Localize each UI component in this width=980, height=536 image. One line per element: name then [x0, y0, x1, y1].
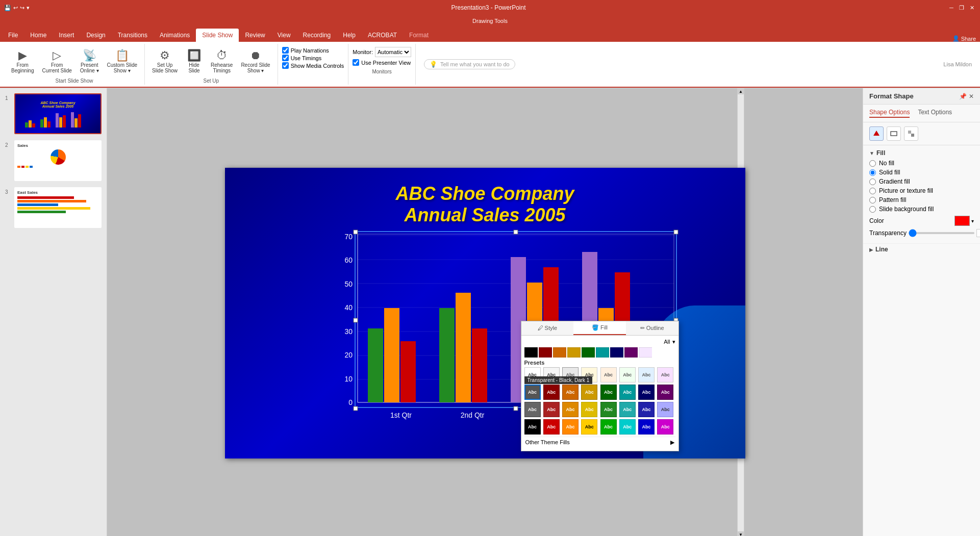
tab-acrobat[interactable]: ACROBAT — [362, 29, 403, 42]
preset-4-6[interactable]: Abc — [619, 419, 636, 435]
gradient-fill-radio[interactable] — [869, 178, 876, 185]
minimize-button[interactable]: ─ — [947, 4, 956, 12]
color-darkred[interactable] — [539, 347, 552, 358]
transparency-slider[interactable] — [909, 232, 974, 234]
preset-4-7[interactable]: Abc — [638, 419, 655, 435]
preset-2-8[interactable]: Abc — [657, 385, 673, 400]
picture-fill-option[interactable]: Picture or texture fill — [869, 187, 974, 194]
line-section-header[interactable]: ▶ Line — [869, 246, 974, 253]
slide-bg-fill-radio[interactable] — [869, 206, 876, 213]
color-purple[interactable] — [624, 347, 638, 358]
preset-4-1[interactable]: Abc — [524, 419, 541, 435]
tab-view[interactable]: View — [271, 29, 297, 42]
effects-icon-btn[interactable] — [904, 126, 918, 141]
preset-2-6[interactable]: Abc — [619, 385, 636, 400]
pattern-fill-option[interactable]: Pattern fill — [869, 196, 974, 203]
bar-2-2[interactable] — [456, 293, 471, 402]
tab-slideshow[interactable]: Slide Show — [196, 29, 239, 42]
preset-2-1[interactable]: Abc — [524, 385, 541, 400]
preset-1-8[interactable]: Abc — [657, 367, 673, 382]
preset-4-4[interactable]: Abc — [581, 419, 597, 435]
no-fill-option[interactable]: No fill — [869, 160, 974, 167]
from-current-slide-button[interactable]: ▷ FromCurrent Slide — [39, 48, 74, 74]
presenter-view-checkbox[interactable]: Use Presenter View — [353, 59, 411, 66]
gradient-fill-option[interactable]: Gradient fill — [869, 178, 974, 185]
slide-thumb-2[interactable]: 2 Sales — [4, 139, 103, 182]
tab-review[interactable]: Review — [239, 29, 271, 42]
fill-effects-icon-btn[interactable] — [869, 126, 884, 141]
from-beginning-button[interactable]: ▶ FromBeginning — [8, 48, 37, 74]
hide-slide-button[interactable]: 🔲 HideSlide — [183, 48, 206, 74]
bar-1-1[interactable] — [368, 328, 383, 402]
slide-thumb-1[interactable]: 1 ABC Shoe CompanyAnnual Sales 2005 — [4, 92, 103, 135]
tab-home[interactable]: Home — [24, 29, 53, 42]
slide-bg-fill-option[interactable]: Slide background fill — [869, 206, 974, 213]
preset-3-4[interactable]: Abc — [581, 402, 597, 417]
save-icon[interactable]: 💾 — [4, 5, 11, 11]
preset-2-3[interactable]: Abc — [562, 385, 579, 400]
preset-3-2[interactable]: Abc — [543, 402, 560, 417]
scroll-up-button[interactable]: ▲ — [738, 88, 744, 94]
show-media-input[interactable] — [282, 62, 289, 69]
tab-design[interactable]: Design — [80, 29, 111, 42]
picture-fill-radio[interactable] — [869, 188, 876, 194]
tab-recording[interactable]: Recording — [297, 29, 337, 42]
pin-icon[interactable]: 📌 — [959, 93, 967, 100]
color-darkgreen[interactable] — [582, 347, 595, 358]
tab-help[interactable]: Help — [337, 29, 362, 42]
show-media-checkbox[interactable]: Show Media Controls — [282, 62, 344, 69]
bar-2-1[interactable] — [439, 308, 455, 402]
presenter-view-input[interactable] — [353, 59, 359, 66]
popup-tab-outline[interactable]: ✏ Outline — [626, 321, 679, 335]
undo-icon[interactable]: ↩ — [13, 5, 18, 11]
shape-icon-btn[interactable] — [887, 126, 901, 141]
solid-fill-option[interactable]: Solid fill — [869, 169, 974, 176]
pattern-fill-radio[interactable] — [869, 197, 876, 203]
record-slideshow-button[interactable]: ⏺ Record SlideShow ▾ — [238, 48, 273, 74]
tell-me-box[interactable]: 💡 Tell me what you want to do — [424, 59, 515, 69]
color-picker-control[interactable]: ▾ — [954, 216, 974, 226]
color-swatch[interactable] — [954, 216, 970, 226]
tab-transitions[interactable]: Transitions — [112, 29, 154, 42]
preset-4-2[interactable]: Abc — [543, 419, 560, 435]
filter-dropdown[interactable]: ▾ — [672, 339, 675, 345]
bar-2-3[interactable] — [472, 328, 487, 402]
preset-2-4[interactable]: Abc — [581, 385, 597, 400]
tab-format[interactable]: Format — [403, 29, 435, 42]
transparency-value-input[interactable] — [976, 229, 980, 237]
window-controls[interactable]: ─ ❐ ✕ — [947, 4, 976, 12]
color-black[interactable] — [524, 347, 538, 358]
redo-icon[interactable]: ↪ — [20, 5, 24, 11]
slide-thumb-3[interactable]: 3 East Sales — [4, 186, 103, 229]
bar-1-2[interactable] — [384, 308, 399, 402]
preset-3-1[interactable]: Abc — [524, 402, 541, 417]
other-theme-fills-button[interactable]: Other Theme Fills ▶ — [524, 437, 675, 448]
preset-4-5[interactable]: Abc — [600, 419, 617, 435]
tab-shape-options[interactable]: Shape Options — [869, 109, 910, 118]
preset-4-3[interactable]: Abc — [562, 419, 579, 435]
play-narrations-checkbox[interactable]: Play Narrations — [282, 47, 344, 54]
tab-file[interactable]: File — [2, 29, 24, 42]
fill-section-header[interactable]: ▼ Fill — [869, 149, 974, 157]
use-timings-input[interactable] — [282, 55, 289, 61]
share-button[interactable]: 👤 Share — [952, 35, 976, 42]
preset-2-7[interactable]: Abc — [638, 385, 655, 400]
preset-3-6[interactable]: Abc — [619, 402, 636, 417]
preset-2-2[interactable]: Abc — [543, 385, 560, 400]
preset-1-5[interactable]: Abc — [600, 367, 617, 382]
rehearse-timings-button[interactable]: ⏱ RehearseTimings — [208, 48, 236, 74]
title-bar-left[interactable]: 💾 ↩ ↪ ▾ — [4, 5, 30, 11]
custom-slideshow-button[interactable]: 📋 Custom SlideShow ▾ — [104, 48, 140, 74]
set-up-slideshow-button[interactable]: ⚙ Set UpSlide Show — [149, 48, 181, 74]
tab-text-options[interactable]: Text Options — [918, 109, 952, 118]
color-darkblue[interactable] — [610, 347, 623, 358]
no-fill-radio[interactable] — [869, 160, 876, 167]
preset-4-8[interactable]: Abc — [657, 419, 673, 435]
close-panel-icon[interactable]: ✕ — [969, 93, 974, 100]
solid-fill-radio[interactable] — [869, 169, 876, 176]
tab-animations[interactable]: Animations — [154, 29, 196, 42]
preset-3-7[interactable]: Abc — [638, 402, 655, 417]
use-timings-checkbox[interactable]: Use Timings — [282, 55, 344, 61]
preset-1-7[interactable]: Abc — [638, 367, 655, 382]
bar-1-3[interactable] — [400, 341, 416, 402]
